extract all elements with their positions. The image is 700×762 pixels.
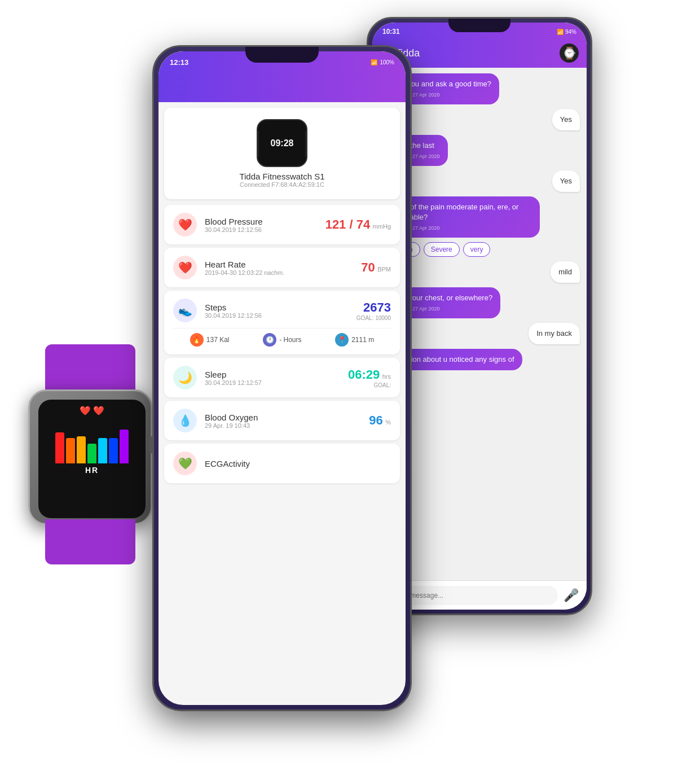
chat-status-time: 10:31 bbox=[382, 28, 400, 36]
dashboard-status-time: 12:13 bbox=[170, 58, 188, 67]
mic-icon[interactable]: 🎤 bbox=[563, 588, 579, 603]
metric-value-area: 2673 GOAL: 10000 bbox=[356, 300, 391, 321]
metric-date: 30.04.2019 12:12:57 bbox=[205, 379, 340, 386]
metric-value-area: 70 BPM bbox=[361, 260, 391, 275]
metric-row: 🌙 Sleep 30.04.2019 12:12:57 06:29 hrs GO… bbox=[173, 366, 391, 389]
watch-bar bbox=[55, 432, 64, 463]
metric-card-heart-rate: ❤️ Heart Rate 2019-04-30 12:03:22 nachm.… bbox=[164, 248, 400, 287]
heart-icon-1: ❤️ bbox=[80, 405, 91, 416]
metric-value: 2673 bbox=[363, 300, 391, 314]
dashboard-phone-notch bbox=[245, 47, 319, 63]
watch-band-top bbox=[45, 344, 135, 389]
steps-extra-icon: 🔥 bbox=[190, 333, 204, 347]
chat-user-text: Yes bbox=[560, 115, 572, 124]
metric-row: 💧 Blood Oxygen 29 Apr. 19 10:43 96 % bbox=[173, 409, 391, 432]
metric-name: Heart Rate bbox=[205, 260, 353, 269]
metric-row: ❤️ Blood Pressure 30.04.2019 12:12:56 12… bbox=[173, 213, 391, 237]
watch-label: HR bbox=[85, 466, 99, 475]
chat-status-icons: 📶 94% bbox=[557, 29, 576, 35]
metric-unit: mmHg bbox=[373, 223, 391, 230]
chat-user-bubble: Yes bbox=[552, 170, 580, 192]
metric-value-area: 121 / 74 mmHg bbox=[325, 217, 391, 232]
metric-icon: ❤️ bbox=[173, 213, 197, 237]
dashboard-status-icons: 📶 100% bbox=[371, 59, 394, 65]
watch-hearts: ❤️ ❤️ bbox=[80, 405, 104, 416]
metric-date: 30.04.2019 12:12:56 bbox=[205, 312, 349, 319]
metric-icon: 👟 bbox=[173, 299, 197, 322]
metric-row: 💚 ECGActivity bbox=[173, 452, 391, 475]
steps-extra-value: - Hours bbox=[279, 336, 301, 344]
watch-bar bbox=[66, 438, 75, 463]
wifi-icon: 📶 bbox=[371, 59, 377, 65]
chat-phone-notch bbox=[448, 19, 510, 32]
metric-card-blood-pressure: ❤️ Blood Pressure 30.04.2019 12:12:56 12… bbox=[164, 205, 400, 244]
metric-value: 121 / 74 bbox=[325, 217, 371, 231]
dashboard-phone: 12:13 📶 100% ☰ Dashboard ⋮ 09:28 Ti bbox=[152, 45, 412, 711]
metric-icon: 🌙 bbox=[173, 366, 197, 389]
metric-info: Blood Oxygen 29 Apr. 19 10:43 bbox=[205, 413, 361, 429]
dashboard-phone-shell: 12:13 📶 100% ☰ Dashboard ⋮ 09:28 Ti bbox=[152, 45, 412, 711]
metric-icon: ❤️ bbox=[173, 256, 197, 279]
watch-address: Connected F7:68:4A:A2:59:1C bbox=[240, 181, 324, 188]
smartwatch: ❤️ ❤️ HR bbox=[17, 384, 164, 559]
chat-user-text: In my back bbox=[536, 329, 572, 338]
chat-user-bubble: Yes bbox=[552, 109, 580, 130]
chat-battery-icon: 94% bbox=[565, 29, 576, 35]
metric-goal: GOAL: bbox=[348, 382, 391, 388]
preview-strap-right bbox=[305, 130, 307, 157]
metric-value: 70 bbox=[361, 260, 375, 274]
metric-row: ❤️ Heart Rate 2019-04-30 12:03:22 nachm.… bbox=[173, 256, 391, 279]
metric-value-area: 06:29 hrs GOAL: bbox=[348, 367, 391, 388]
chat-title: Tidda bbox=[395, 47, 553, 59]
metric-name: Blood Pressure bbox=[205, 217, 318, 226]
watch-body: ❤️ ❤️ HR bbox=[28, 389, 152, 525]
chat-user-text: mild bbox=[558, 268, 572, 276]
steps-extra: 🕐 - Hours bbox=[263, 333, 301, 347]
steps-extra-icon: 🕐 bbox=[263, 333, 276, 347]
chat-user-bubble: mild bbox=[551, 261, 580, 283]
metric-info: Sleep 30.04.2019 12:12:57 bbox=[205, 370, 340, 386]
preview-strap-left bbox=[257, 130, 259, 157]
metric-goal: GOAL: 10000 bbox=[356, 315, 391, 321]
metric-info: Blood Pressure 30.04.2019 12:12:56 bbox=[205, 217, 318, 233]
watch-band-bottom bbox=[45, 519, 135, 564]
watch-bar bbox=[87, 444, 96, 463]
metric-row: 👟 Steps 30.04.2019 12:12:56 2673 GOAL: 1… bbox=[173, 299, 391, 322]
steps-extra: 🔥 137 Kal bbox=[190, 333, 230, 347]
watch-bars bbox=[55, 418, 129, 463]
watch-preview-time: 09:28 bbox=[271, 138, 294, 148]
dashboard-phone-screen: 12:13 📶 100% ☰ Dashboard ⋮ 09:28 Ti bbox=[159, 51, 406, 705]
watch-bar bbox=[109, 438, 118, 463]
watch-screen: ❤️ ❤️ HR bbox=[38, 400, 146, 518]
metric-name: Blood Oxygen bbox=[205, 413, 361, 422]
metric-date: 30.04.2019 12:12:56 bbox=[205, 226, 318, 233]
chat-option-button[interactable]: Severe bbox=[424, 242, 460, 257]
metric-date: 29 Apr. 19 10:43 bbox=[205, 422, 361, 429]
metrics-list: ❤️ Blood Pressure 30.04.2019 12:12:56 12… bbox=[159, 205, 406, 483]
watch-bar bbox=[98, 438, 107, 463]
metric-value: 06:29 bbox=[348, 367, 380, 382]
steps-extra-icon: 📍 bbox=[335, 333, 349, 347]
metric-name: Sleep bbox=[205, 370, 340, 379]
metric-unit: hrs bbox=[382, 373, 391, 380]
metric-icon: 💚 bbox=[173, 452, 197, 475]
metric-name: Steps bbox=[205, 303, 349, 312]
steps-extras: 🔥 137 Kal 🕐 - Hours 📍 2111 m bbox=[173, 328, 391, 347]
battery-icon: 100% bbox=[380, 59, 394, 65]
watch-name: Tidda Fitnesswatch S1 bbox=[239, 172, 324, 181]
chat-avatar: ⌚ bbox=[560, 43, 579, 63]
metric-value-area: 96 % bbox=[369, 413, 391, 428]
heart-icon-2: ❤️ bbox=[93, 405, 104, 416]
chat-option-button[interactable]: very bbox=[463, 242, 491, 257]
metric-value: 96 bbox=[369, 413, 382, 427]
watch-bar bbox=[77, 436, 86, 463]
steps-extra-value: 2111 m bbox=[351, 336, 374, 344]
metric-name: ECGActivity bbox=[205, 459, 383, 468]
watch-avatar-icon: ⌚ bbox=[562, 46, 576, 60]
metric-unit: BPM bbox=[377, 266, 391, 273]
steps-extra: 📍 2111 m bbox=[335, 333, 374, 347]
chat-user-bubble: In my back bbox=[529, 323, 580, 344]
watch-card: 09:28 Tidda Fitnesswatch S1 Connected F7… bbox=[164, 108, 400, 199]
metric-info: ECGActivity bbox=[205, 459, 383, 468]
metric-icon: 💧 bbox=[173, 409, 197, 432]
